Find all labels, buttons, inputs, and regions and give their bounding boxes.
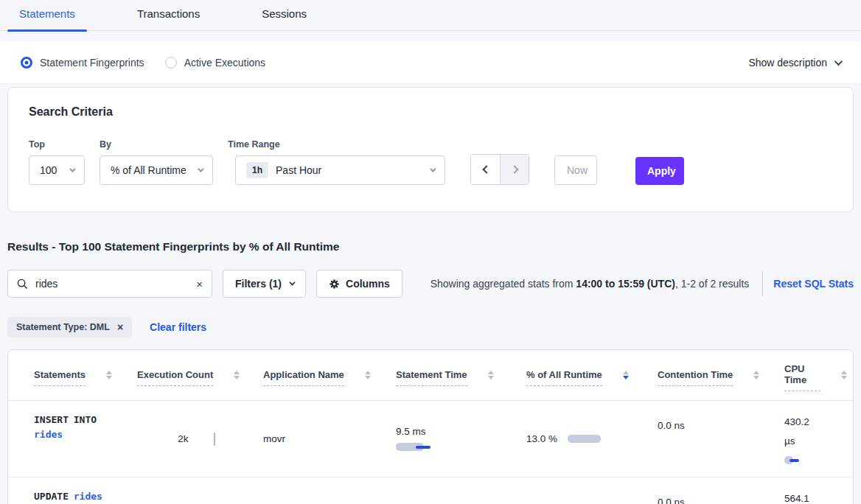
top-select[interactable]: 100 [29,155,85,185]
prev-time-button[interactable] [471,155,500,184]
column-header-contention-time[interactable]: Contention Time [658,350,784,400]
radio-statement-fingerprints[interactable]: Statement Fingerprints [21,57,144,69]
table-row: UPDATE rides SET… 264 movr 9.0 ms 1.8 % … [8,477,853,504]
time-range-value: Past Hour [276,164,321,176]
tab-sessions[interactable]: Sessions [250,7,318,30]
radio-selected-icon [21,57,32,69]
show-description-toggle[interactable]: Show description [748,57,840,69]
column-header-application-name[interactable]: Application Name [263,350,396,400]
chevron-down-icon [834,57,843,66]
search-criteria-title: Search Criteria [29,105,832,119]
show-description-label: Show description [748,57,827,69]
apply-button[interactable]: Apply [635,157,684,185]
table-row: INSERT INTO rides 2k movr 9.5 ms 13.0 % … [8,401,853,477]
radio-active-executions[interactable]: Active Executions [165,57,266,69]
tab-statements-label: Statements [19,7,75,20]
column-header-execution-count[interactable]: Execution Count [137,350,263,400]
sort-icon [488,371,494,379]
radio-unselected-icon [165,57,177,69]
statement-time-bar [396,443,430,452]
chevron-down-icon [289,279,295,285]
cpu-time-bar [784,456,799,465]
tab-statements[interactable]: Statements [7,7,87,30]
sort-icon [753,371,759,379]
statement-search-box: × [7,270,212,298]
columns-button-label: Columns [346,278,390,290]
radio-active-executions-label: Active Executions [184,57,266,69]
sort-icon [623,371,629,379]
filters-button-label: Filters (1) [235,278,282,290]
now-button[interactable]: Now [554,155,597,185]
next-time-button[interactable] [500,155,529,184]
contention-time-cell: 0.0 ns [658,401,784,477]
remove-filter-icon[interactable]: × [117,322,123,332]
column-header-cpu-time[interactable]: CPU Time [784,350,853,400]
clear-filters-link[interactable]: Clear filters [150,321,206,333]
time-step-buttons [470,154,529,185]
statement-time-cell: 9.5 ms [396,401,526,477]
statement-cell: INSERT INTO rides [34,401,137,477]
application-name-cell: movr [263,401,396,477]
top-field: Top 100 [29,139,85,185]
statements-table: Statements Execution Count Application N… [7,349,854,504]
filter-pills-row: Statement Type: DML × Clear filters [7,317,854,337]
by-select-value: % of All Runtime [111,164,187,176]
table-header-row: Statements Execution Count Application N… [8,350,853,401]
view-radio-group: Statement Fingerprints Active Executions [21,57,265,69]
filter-tag-label: Statement Type: DML [16,322,110,332]
top-select-value: 100 [40,164,57,176]
column-header-pct-of-all-runtime[interactable]: % of All Runtime [526,350,658,400]
top-label: Top [29,139,85,150]
results-heading: Results - Top 100 Statement Fingerprints… [7,240,854,253]
time-range-select[interactable]: 1h Past Hour [235,155,445,185]
pct-runtime-cell: 13.0 % [526,401,658,477]
search-icon [17,279,28,290]
cpu-time-cell: 564.1 µs [784,477,853,504]
tab-sessions-label: Sessions [262,7,307,20]
view-toggle-bar: Statement Fingerprints Active Executions… [0,42,861,83]
chevron-down-icon [430,166,436,172]
column-header-statements[interactable]: Statements [34,350,137,400]
chevron-down-icon [198,166,203,172]
statement-link[interactable]: rides [74,491,102,502]
filters-button[interactable]: Filters (1) [223,270,306,298]
gear-icon [329,279,340,290]
chevron-left-icon [482,165,490,173]
top-tabs-bar: Statements Transactions Sessions [0,0,861,31]
execution-count-cell: 264 [137,477,263,504]
search-criteria-card: Search Criteria Top 100 By % of All Runt… [7,87,854,212]
sort-icon [234,371,240,379]
tab-transactions-label: Transactions [137,7,200,20]
contention-time-cell: 0.0 ns [658,477,784,504]
tab-transactions[interactable]: Transactions [125,7,212,30]
columns-button[interactable]: Columns [316,270,402,298]
vertical-divider [762,271,763,296]
chevron-right-icon [510,165,518,173]
column-header-statement-time[interactable]: Statement Time [396,350,526,400]
time-range-badge: 1h [246,162,268,178]
showing-stats-text: Showing aggregated stats from 14:00 to 1… [430,278,750,290]
by-field: By % of All Runtime [100,139,213,185]
by-select[interactable]: % of All Runtime [100,155,213,185]
sort-icon [106,371,112,379]
execution-count-cell: 2k [137,401,263,477]
cpu-time-cell: 430.2 µs [784,401,853,477]
time-range-field: Time Range 1h Past Hour [228,139,445,185]
execution-count-bar [214,433,215,446]
statement-link[interactable]: rides [34,429,63,440]
chevron-down-icon [69,166,75,172]
statement-time-cell: 9.0 ms [396,477,526,504]
time-range-label: Time Range [228,139,445,150]
clear-search-icon[interactable]: × [196,279,203,290]
filter-tag-statement-type[interactable]: Statement Type: DML × [7,317,132,337]
application-name-cell: movr [263,477,396,504]
by-label: By [100,139,213,150]
sort-icon [365,371,371,379]
pct-runtime-cell: 1.8 % [526,477,658,504]
statement-cell: UPDATE rides SET… [34,477,137,504]
sort-icon [841,371,847,379]
results-controls-row: × Filters (1) Columns Showing aggregated… [7,270,854,298]
search-input[interactable] [35,278,189,290]
reset-sql-stats-link[interactable]: Reset SQL Stats [773,278,854,290]
pct-runtime-bar [568,435,601,444]
